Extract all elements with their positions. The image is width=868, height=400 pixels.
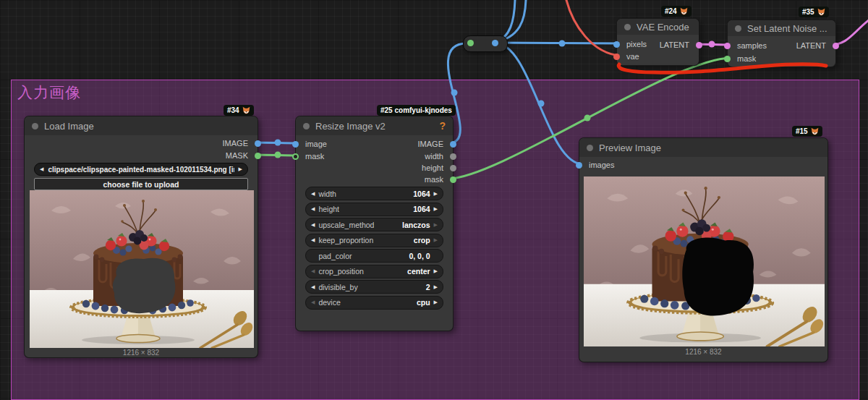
increment-icon[interactable]: ▶ (434, 268, 438, 274)
slot-input-pixels[interactable]: pixels (617, 38, 647, 50)
node-badge: #25 comfyui-kjnodes (377, 105, 456, 116)
slot-dot-image[interactable] (450, 141, 456, 148)
collapse-dot[interactable] (303, 123, 310, 129)
slot-dot-pixels[interactable] (613, 41, 620, 48)
widget-divisible-by[interactable]: ◀ divisible_by 2 ▶ (305, 280, 443, 294)
link-dot (709, 41, 715, 48)
collapsed-node[interactable] (463, 35, 508, 52)
slot-output-mask[interactable]: MASK (226, 150, 258, 161)
node-preview-image: Preview Image images (579, 137, 828, 362)
node-badge: #34 (224, 105, 254, 116)
increment-icon[interactable]: ▶ (434, 191, 438, 197)
slot-output-latent[interactable]: LATENT (796, 40, 835, 51)
collapsed-output-dot[interactable] (492, 40, 498, 46)
slot-output-width[interactable]: width (425, 150, 453, 162)
help-icon[interactable]: ? (439, 120, 446, 132)
increment-icon[interactable]: ▶ (434, 299, 438, 305)
decrement-icon[interactable]: ◀ (311, 206, 315, 212)
decrement-icon[interactable]: ◀ (311, 237, 315, 243)
upload-button[interactable]: choose file to upload (34, 178, 248, 190)
node-title: Resize Image v2 (315, 121, 386, 132)
slot-output-image[interactable]: IMAGE (418, 138, 453, 150)
node-resize-titlebar[interactable]: Resize Image v2 ? (296, 116, 453, 135)
decrement-icon[interactable]: ◀ (311, 284, 315, 290)
slot-input-images[interactable]: images (579, 159, 614, 171)
load-image-preview (30, 190, 254, 348)
group-title[interactable]: 入力画像 (12, 80, 859, 104)
collapse-dot[interactable] (735, 25, 741, 32)
decrement-icon[interactable]: ◀ (311, 191, 315, 197)
slot-output-height[interactable]: height (422, 162, 453, 174)
increment-icon[interactable]: ▶ (434, 222, 438, 228)
widget-width[interactable]: ◀ width 1064 ▶ (305, 187, 443, 200)
node-vae-encode: VAE Encode pixels vae LATENT (616, 18, 699, 66)
increment-icon[interactable]: ▶ (434, 206, 438, 212)
node-title: Load Image (44, 121, 94, 132)
slot-input-image[interactable]: image (296, 138, 327, 150)
decrement-icon[interactable]: ◀ (311, 268, 315, 274)
collapsed-input-dot[interactable] (467, 40, 474, 46)
slot-dot-width[interactable] (450, 153, 456, 160)
slot-dot-vae[interactable] (613, 54, 620, 60)
node-preview-titlebar[interactable]: Preview Image (579, 138, 827, 157)
slot-dot-mask[interactable] (255, 153, 261, 159)
link-dot (559, 41, 566, 47)
node-title: VAE Encode (637, 22, 689, 33)
slot-dot-latent[interactable] (696, 42, 702, 48)
slot-dot-latent[interactable] (833, 43, 839, 49)
slot-dot-height[interactable] (450, 165, 456, 171)
slot-dot-mask[interactable] (724, 56, 731, 62)
slot-dot-images[interactable] (576, 162, 582, 169)
slot-input-mask[interactable]: mask (296, 150, 324, 162)
slot-dot-mask[interactable] (450, 176, 456, 183)
slot-dot-mask[interactable] (292, 153, 299, 160)
widget-device[interactable]: ◀ device cpu ▶ (305, 296, 443, 310)
slot-input-mask[interactable]: mask (728, 53, 756, 64)
filename-combo[interactable]: ◀ clipspace/clipspace-painted-masked-102… (34, 163, 248, 176)
image-resolution: 1216 × 832 (579, 348, 827, 356)
slot-input-vae[interactable]: vae (617, 51, 639, 62)
node-title: Preview Image (599, 142, 661, 153)
preview-image-thumbnail (584, 176, 825, 346)
increment-icon[interactable]: ▶ (434, 284, 438, 290)
slot-dot-samples[interactable] (724, 43, 731, 49)
fox-icon (680, 7, 688, 15)
widget-keep-proportion[interactable]: ◀ keep_proportion crop ▶ (305, 234, 443, 247)
node-badge: #35 (799, 7, 829, 17)
slot-output-mask[interactable]: mask (425, 174, 453, 185)
node-resize-image-v2: Resize Image v2 ? image mask IMAGE width… (295, 116, 454, 331)
decrement-icon[interactable]: ◀ (311, 222, 315, 228)
collapse-dot[interactable] (587, 145, 593, 151)
fox-icon (817, 8, 825, 16)
slot-output-image[interactable]: IMAGE (223, 137, 258, 149)
decrement-icon[interactable]: ◀ (311, 299, 315, 305)
collapse-dot[interactable] (624, 24, 631, 30)
widget-crop-position[interactable]: ◀ crop_position center ▶ (305, 265, 443, 278)
node-setlatent-titlebar[interactable]: Set Latent Noise ... (728, 20, 835, 36)
slot-dot-image[interactable] (255, 140, 261, 147)
combo-left-arrow-icon[interactable]: ◀ (40, 166, 43, 172)
node-badge: #15 (792, 126, 822, 137)
wire-vae-to-vaeencode (566, 0, 621, 56)
wire-image-collapsed-to-vae (495, 43, 621, 43)
collapse-dot[interactable] (32, 123, 38, 129)
slot-dot-image[interactable] (292, 141, 299, 148)
node-title: Set Latent Noise ... (747, 23, 827, 34)
fox-icon (811, 127, 819, 135)
increment-icon[interactable]: ▶ (434, 237, 438, 243)
fox-icon (242, 106, 250, 114)
widget-upscale-method[interactable]: ◀ upscale_method lanczos ▶ (305, 218, 443, 231)
node-set-latent-noise: Set Latent Noise ... samples mask LATENT (727, 20, 836, 67)
image-resolution: 1216 × 832 (25, 349, 258, 357)
node-load-image-titlebar[interactable]: Load Image (25, 116, 258, 135)
node-badge: #24 (661, 6, 692, 17)
widget-list: ◀ width 1064 ▶ ◀ height 1064 ▶ ◀ upscale… (296, 187, 453, 311)
combo-right-arrow-icon[interactable]: ▶ (239, 166, 242, 172)
slot-input-samples[interactable]: samples (728, 40, 767, 51)
widget-height[interactable]: ◀ height 1064 ▶ (305, 203, 443, 216)
slot-output-latent[interactable]: LATENT (660, 39, 699, 51)
node-load-image: Load Image IMAGE MASK ◀ clipspace/clipsp… (24, 116, 258, 358)
widget-pad-color[interactable]: ◀ pad_color 0, 0, 0 ▶ (305, 249, 443, 263)
node-vae-titlebar[interactable]: VAE Encode (617, 19, 699, 35)
